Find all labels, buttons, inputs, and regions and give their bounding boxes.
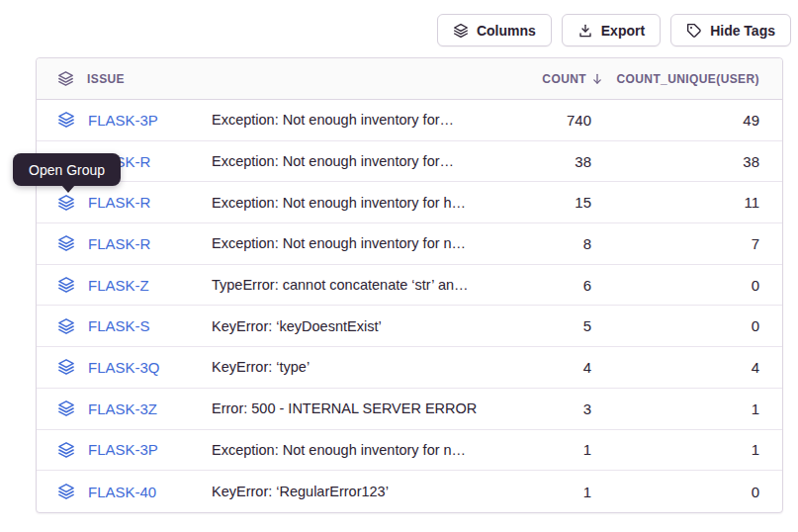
issue-title: TypeError: cannot concatenate ‘str’ an…: [212, 277, 486, 293]
issue-link[interactable]: FLASK-3Q: [88, 359, 160, 376]
issue-cell: FLASK-40: [37, 483, 212, 500]
table-row: FLASK-Z TypeError: cannot concatenate ‘s…: [37, 265, 782, 307]
issue-cell: FLASK-Z: [37, 276, 212, 294]
open-group-tooltip-label: Open Group: [29, 162, 105, 178]
column-header-issue[interactable]: ISSUE: [37, 70, 486, 87]
count-value: 8: [486, 235, 614, 252]
issue-cell: FLASK-3P: [37, 441, 212, 459]
issue-link[interactable]: FLASK-S: [88, 317, 150, 334]
open-group-stack-icon[interactable]: [57, 234, 75, 252]
toolbar: Columns Export Hide Tags: [437, 14, 791, 46]
tag-icon: [686, 23, 702, 39]
column-header-count[interactable]: COUNT: [486, 72, 614, 86]
export-button[interactable]: Export: [562, 14, 661, 46]
issue-link[interactable]: FLASK-3P: [88, 441, 158, 458]
count-unique-value: 7: [614, 235, 782, 252]
open-group-stack-icon[interactable]: [57, 399, 75, 417]
table-row: FLASK-R Exception: Not enough inventory …: [37, 182, 782, 223]
open-group-stack-icon[interactable]: [57, 483, 75, 500]
open-group-tooltip: Open Group: [13, 153, 121, 186]
layers-icon: [57, 70, 74, 87]
count-value: 5: [486, 317, 614, 334]
issue-title: Exception: Not enough inventory for h…: [212, 195, 486, 211]
issue-title: Exception: Not enough inventory for…: [212, 153, 486, 169]
column-header-count-label: COUNT: [542, 72, 586, 86]
issue-link[interactable]: FLASK-R: [88, 235, 150, 252]
issue-cell: FLASK-S: [37, 317, 212, 335]
issue-link[interactable]: FLASK-3P: [88, 112, 158, 129]
count-unique-value: 38: [614, 153, 782, 170]
count-unique-value: 11: [614, 194, 782, 211]
issue-link[interactable]: FLASK-3Z: [88, 400, 157, 417]
issue-link[interactable]: FLASK-Z: [88, 277, 149, 294]
count-unique-value: 0: [614, 277, 782, 294]
download-icon: [577, 23, 593, 39]
count-unique-value: 49: [614, 112, 782, 129]
table-body: FLASK-3P Exception: Not enough inventory…: [37, 100, 782, 512]
hide-tags-button-label: Hide Tags: [710, 23, 775, 39]
table-row: FLASK-R Exception: Not enough inventory …: [37, 141, 782, 183]
tooltip-caret: [61, 185, 75, 193]
issue-title: KeyError: ‘keyDoesntExist’: [212, 318, 486, 334]
count-unique-value: 0: [614, 484, 782, 500]
count-value: 38: [486, 153, 614, 170]
open-group-stack-icon[interactable]: [57, 194, 75, 212]
count-value: 3: [486, 400, 614, 417]
table-row: FLASK-3P Exception: Not enough inventory…: [37, 430, 782, 472]
table-row: FLASK-R Exception: Not enough inventory …: [37, 223, 782, 265]
issue-title: KeyError: ‘RegularError123’: [212, 484, 486, 499]
results-table: ISSUE COUNT COUNT_UNIQUE(USER): [36, 57, 783, 513]
count-value: 15: [486, 194, 614, 211]
table-row: FLASK-3Q KeyError: ‘type’ 4 4: [37, 347, 782, 389]
column-header-count-unique[interactable]: COUNT_UNIQUE(USER): [614, 72, 782, 86]
count-value: 4: [486, 359, 614, 376]
issue-cell: FLASK-3Q: [37, 358, 212, 376]
count-unique-value: 1: [614, 400, 782, 417]
table-header: ISSUE COUNT COUNT_UNIQUE(USER): [37, 58, 782, 100]
issue-cell: FLASK-3Z: [37, 399, 212, 417]
issue-title: Exception: Not enough inventory for n…: [212, 442, 486, 458]
open-group-stack-icon[interactable]: [57, 317, 75, 335]
count-value: 1: [486, 484, 614, 500]
layers-icon: [453, 23, 469, 39]
issue-link[interactable]: FLASK-40: [88, 484, 156, 500]
table-row: FLASK-3Z Error: 500 - INTERNAL SERVER ER…: [37, 389, 782, 430]
columns-button[interactable]: Columns: [437, 14, 552, 46]
issue-cell: FLASK-R: [37, 234, 212, 252]
column-header-issue-label: ISSUE: [87, 72, 125, 86]
issue-title: Error: 500 - INTERNAL SERVER ERROR: [212, 400, 486, 416]
count-value: 1: [486, 441, 614, 458]
open-group-stack-icon[interactable]: [57, 441, 75, 459]
count-unique-value: 4: [614, 359, 782, 376]
count-value: 6: [486, 277, 614, 294]
issue-title: Exception: Not enough inventory for n…: [212, 235, 486, 251]
open-group-stack-icon[interactable]: [57, 276, 75, 294]
sort-desc-arrow-icon: [590, 72, 604, 86]
issue-cell: FLASK-3P: [37, 111, 212, 129]
count-unique-value: 1: [614, 441, 782, 458]
issue-link[interactable]: FLASK-R: [88, 194, 150, 211]
table-row: FLASK-3P Exception: Not enough inventory…: [37, 100, 782, 141]
export-button-label: Export: [601, 23, 645, 39]
open-group-stack-icon[interactable]: [57, 111, 75, 129]
count-unique-value: 0: [614, 317, 782, 334]
table-row: FLASK-40 KeyError: ‘RegularError123’ 1 0: [37, 471, 782, 512]
hide-tags-button[interactable]: Hide Tags: [670, 14, 791, 46]
open-group-stack-icon[interactable]: [57, 358, 75, 376]
issue-title: Exception: Not enough inventory for…: [212, 112, 486, 128]
count-value: 740: [486, 112, 614, 129]
columns-button-label: Columns: [477, 23, 536, 39]
table-row: FLASK-S KeyError: ‘keyDoesntExist’ 5 0: [37, 306, 782, 347]
column-header-count-unique-label: COUNT_UNIQUE(USER): [616, 72, 759, 86]
issue-title: KeyError: ‘type’: [212, 359, 486, 375]
issue-cell: FLASK-R: [37, 194, 212, 212]
